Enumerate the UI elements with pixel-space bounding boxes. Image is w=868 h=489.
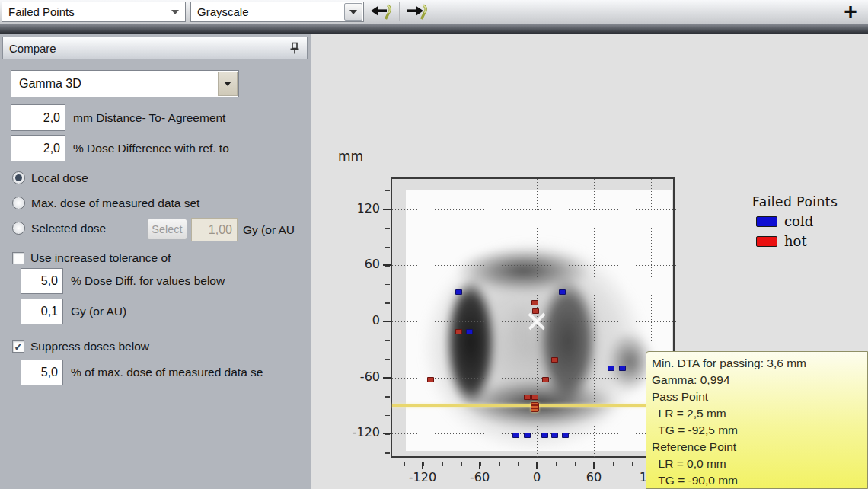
tooltip-line: Min. DTA for passing: 3,6 mm [652, 355, 867, 372]
toolbar: Failed Points Grayscale + [0, 0, 868, 24]
radio-max-dose-label: Max. dose of measured data set [31, 196, 199, 211]
colormap-value: Grayscale [191, 5, 344, 18]
caret-down-icon [224, 82, 231, 86]
failed-point-hot[interactable] [455, 329, 462, 334]
tooltip-line: Gamma: 0,994 [652, 372, 867, 388]
failed-point-cold[interactable] [559, 289, 566, 295]
suppress-threshold-label: % of max. dose of measured data se [71, 360, 263, 385]
failed-point-cold[interactable] [541, 433, 548, 438]
tolerance-threshold-input[interactable]: 0,1 [21, 299, 63, 324]
dta-input[interactable]: 2,0 [11, 104, 65, 131]
y-tick-label: 60 [342, 257, 380, 271]
failed-point-hot[interactable] [427, 377, 434, 382]
y-axis-unit-label: mm [338, 149, 363, 164]
panel-title: Compare [3, 42, 287, 55]
pin-icon[interactable] [287, 42, 302, 55]
radio-max-dose[interactable] [12, 197, 25, 209]
tooltip-line: TG = -90,0 mm [652, 472, 867, 489]
failed-point-hot[interactable] [532, 308, 539, 314]
y-axis-tick [383, 377, 391, 379]
failed-point-hot[interactable] [524, 395, 531, 400]
y-axis-minor-ticks [385, 179, 390, 459]
arrow-right-step-icon [403, 3, 430, 21]
tooltip-line: LR = 2,5 mm [652, 405, 867, 422]
plot-frame[interactable]: 120 60 0 -60 -120 -120 -60 0 60 120 [391, 177, 675, 458]
method-value: Gamma 3D [11, 77, 218, 91]
previous-step-button[interactable] [368, 1, 398, 23]
x-axis-minor-ticks [392, 462, 676, 466]
failed-point-hot[interactable] [531, 395, 538, 400]
method-combobox[interactable]: Gamma 3D [11, 70, 239, 97]
failed-point-hot[interactable] [542, 377, 549, 382]
colormap-dropdown-button[interactable] [344, 3, 362, 21]
hot-swatch [756, 236, 777, 247]
view-mode-combobox[interactable]: Failed Points [2, 2, 186, 22]
suppress-doses-checkbox[interactable]: ✓ [12, 340, 24, 353]
radio-selected-dose[interactable] [12, 222, 25, 235]
dose-diff-label: % Dose Difference with ref. to [73, 135, 229, 161]
y-tick-label: 0 [342, 313, 380, 328]
increased-tolerance-checkbox[interactable] [12, 252, 24, 264]
legend: Failed Points cold hot [752, 194, 838, 249]
arrow-left-step-icon [369, 3, 397, 21]
y-axis-tick [383, 433, 391, 434]
dta-label: mm Distance- To- Agreement [73, 104, 225, 131]
x-tick-label: -60 [461, 470, 499, 484]
add-button[interactable]: + [839, 0, 862, 24]
failed-point-cold[interactable] [512, 433, 519, 438]
failed-point-cold[interactable] [466, 329, 473, 334]
caret-down-icon [171, 10, 179, 14]
selected-dose-input[interactable]: 1,00 [191, 218, 238, 241]
caret-down-icon [349, 10, 357, 14]
increased-tolerance-label: Use increased tolerance of [30, 251, 171, 266]
tooltip-line: LR = 0,0 mm [652, 455, 867, 472]
x-axis-tick [536, 462, 538, 469]
y-axis-tick [383, 209, 391, 210]
panel-header[interactable]: Compare [2, 37, 308, 59]
legend-item-hot: hot [752, 233, 838, 249]
y-axis-tick [383, 264, 391, 266]
next-step-button[interactable] [401, 1, 432, 23]
legend-title: Failed Points [752, 194, 838, 209]
radio-local-dose-label: Local dose [31, 171, 88, 186]
x-axis-tick [479, 462, 480, 469]
selected-dose-unit-label: Gy (or AU [243, 218, 310, 241]
failed-point-cold[interactable] [455, 289, 462, 295]
x-axis-tick [422, 462, 423, 469]
y-tick-label: 120 [342, 201, 380, 216]
x-tick-label: 0 [518, 470, 556, 484]
radio-local-dose[interactable] [12, 171, 25, 184]
view-mode-value: Failed Points [2, 5, 171, 18]
failed-point-cold[interactable] [562, 433, 569, 438]
failed-point-cold[interactable] [619, 366, 626, 371]
cold-swatch [756, 216, 777, 227]
colormap-combobox[interactable]: Grayscale [190, 2, 364, 22]
tolerance-dose-diff-input[interactable]: 5,0 [21, 268, 63, 294]
dose-diff-input[interactable]: 2,0 [11, 135, 65, 161]
suppress-threshold-input[interactable]: 5,0 [21, 360, 63, 385]
x-axis-tick [593, 462, 595, 469]
legend-item-cold: cold [752, 213, 838, 229]
toolbar-bottom-band [0, 24, 868, 34]
failed-point-hot[interactable] [531, 300, 538, 305]
tolerance-threshold-label: Gy (or AU) [71, 299, 126, 324]
points-layer [392, 179, 676, 459]
point-info-tooltip: Min. DTA for passing: 3,6 mm Gamma: 0,99… [646, 351, 868, 489]
x-tick-label: 60 [575, 470, 613, 484]
legend-label-cold: cold [784, 213, 813, 229]
y-tick-label: -60 [342, 369, 380, 384]
method-dropdown-button[interactable] [218, 72, 238, 96]
select-dose-button[interactable]: Select [147, 219, 187, 240]
y-tick-label: -120 [342, 425, 380, 439]
pass-point-marker[interactable] [531, 402, 539, 412]
tooltip-line: Pass Point [652, 388, 867, 405]
failed-point-cold[interactable] [608, 366, 614, 371]
legend-label-hot: hot [784, 233, 807, 249]
suppress-doses-label: Suppress doses below [30, 339, 149, 354]
toolbar-separator [399, 2, 400, 21]
failed-point-hot[interactable] [551, 357, 558, 363]
tooltip-line: Reference Point [652, 439, 867, 455]
y-axis-tick [383, 321, 391, 322]
failed-point-cold[interactable] [551, 433, 558, 438]
failed-point-cold[interactable] [524, 433, 531, 438]
